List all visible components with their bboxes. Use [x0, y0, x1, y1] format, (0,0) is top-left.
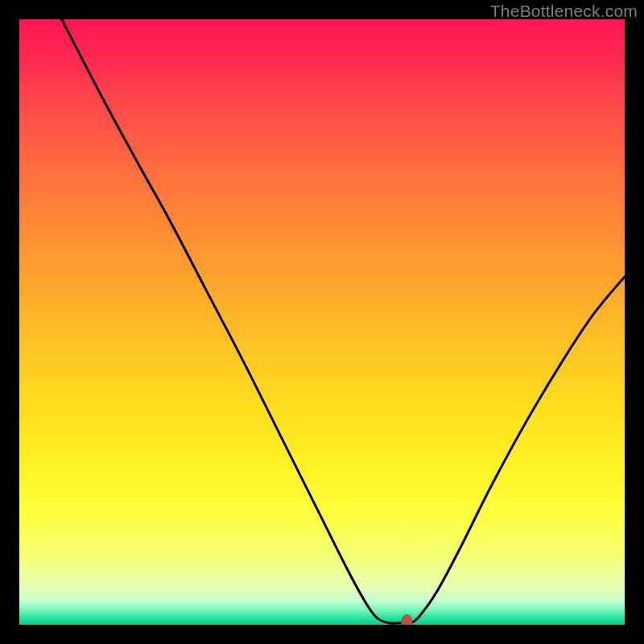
watermark-text: TheBottleneck.com [490, 2, 638, 21]
chart-frame: TheBottleneck.com [0, 0, 644, 644]
bottleneck-curve [62, 19, 625, 623]
optimal-point-marker [401, 614, 412, 625]
plot-area [19, 19, 625, 625]
curve-layer [19, 19, 625, 625]
